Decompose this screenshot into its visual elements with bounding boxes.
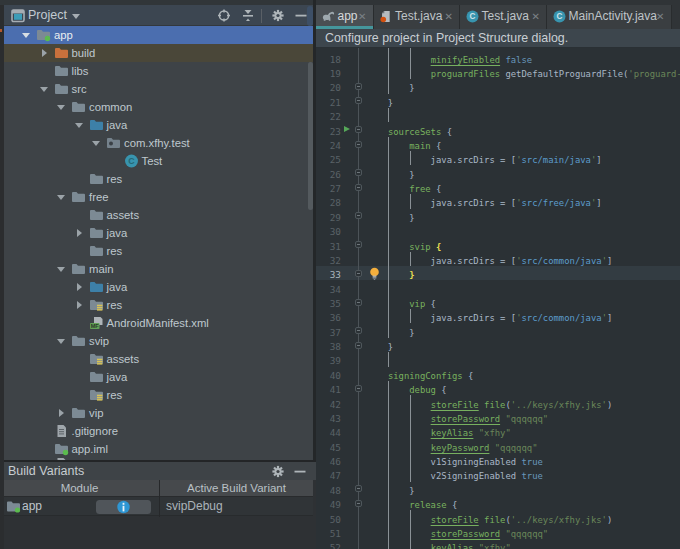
tree-item-java[interactable]: java [0,278,313,296]
code-token: debug [409,385,436,395]
expand-arrow-icon[interactable] [57,339,65,344]
collapse-arrow-icon[interactable] [59,409,64,417]
class-icon: C [124,154,140,168]
code-token: } [367,213,415,223]
fold-marker-icon[interactable] [355,385,362,392]
code-token: minifyEnabled [431,55,500,65]
code-token [367,242,410,252]
code-token [367,299,410,309]
expand-arrow-icon[interactable] [22,33,30,38]
editor-tab-mainactivity-java[interactable]: CMainActivity.java✕ [547,5,672,29]
collapse-arrow-icon[interactable] [77,229,82,237]
code-editor[interactable]: 18 minifyEnabled false19 proguardFiles g… [316,48,680,549]
tree-item-main[interactable]: main [0,260,313,278]
code-token: getDefaultProguardFile( [500,69,628,79]
collapse-arrow-icon[interactable] [42,49,47,57]
tree-item-androidmanifest-xml[interactable]: MFAndroidManifest.xml [0,314,313,332]
tree-item-java[interactable]: java [0,368,313,386]
collapse-arrow-icon[interactable] [77,283,82,291]
editor-tab-test-java[interactable]: Test.java✕ [374,5,461,29]
expand-arrow-icon[interactable] [57,267,65,272]
chevron-down-icon[interactable] [72,14,80,19]
code-token: src/main/java [521,155,590,165]
module-info-badge[interactable] [96,500,151,514]
tree-item-build[interactable]: build [0,44,313,62]
expand-arrow-icon[interactable] [92,141,100,146]
code-token: src/free/java [521,198,590,208]
tree-item-free[interactable]: free [0,188,313,206]
minimize-icon[interactable] [295,5,307,26]
tree-item-java[interactable]: java [0,116,313,134]
editor-tab-test-java[interactable]: CTest.java✕ [460,5,547,29]
tree-item-java[interactable]: java [0,224,313,242]
tree-item-label: vip [89,404,103,422]
tree-item-common[interactable]: common [0,98,313,116]
tree-item-com-xfhy-test[interactable]: com.xfhy.test [0,134,313,152]
project-toolwindow-icon[interactable] [11,9,25,23]
expand-arrow-icon[interactable] [57,105,65,110]
tree-item-app[interactable]: app [0,26,313,44]
column-header-module[interactable]: Module [0,480,159,497]
active-build-variant[interactable]: svipDebug [166,497,223,516]
close-icon[interactable]: ✕ [358,5,366,28]
run-gutter-icon[interactable] [344,126,350,132]
tree-item-label: free [89,188,108,206]
fold-marker-icon[interactable] [355,184,362,191]
code-line-36: java.srcDirs = ['src/common/java'] [367,311,613,325]
tree-item-assets[interactable]: assets [0,350,313,368]
tree-item-src[interactable]: src [0,80,313,98]
code-line-29: } [367,211,415,225]
fold-marker-icon[interactable] [355,327,362,334]
code-line-25: java.srcDirs = ['src/main/java'] [367,153,602,167]
tree-item-label: app [54,26,73,44]
close-icon[interactable]: ✕ [445,5,453,28]
project-panel-title[interactable]: Project [28,5,67,26]
tree-item-res[interactable]: res [0,242,313,260]
line-number: 28 [316,196,341,210]
fold-marker-icon[interactable] [355,241,362,248]
fold-marker-icon[interactable] [355,141,362,148]
tree-item-svip[interactable]: svip [0,332,313,350]
tab-label: Test.java [395,5,442,27]
column-header-variant[interactable]: Active Build Variant [160,480,313,497]
tree-item--gitignore[interactable]: .gitignore [0,422,313,440]
build-variants-column-headers: Module Active Build Variant [0,480,313,497]
fold-marker-icon[interactable] [355,270,362,277]
expand-arrow-icon[interactable] [75,123,83,128]
collapse-arrow-icon[interactable] [77,301,82,309]
expand-arrow-icon[interactable] [57,195,65,200]
fold-marker-icon[interactable] [355,500,362,507]
code-token: ) [607,400,612,410]
intention-bulb-icon[interactable] [368,267,381,280]
fold-marker-icon[interactable] [355,212,362,219]
fold-marker-icon[interactable] [355,169,362,176]
tree-item-libs[interactable]: libs [0,62,313,80]
close-icon[interactable]: ✕ [532,5,540,28]
tree-item-res[interactable]: res [0,386,313,404]
line-number: 31 [316,240,341,254]
expand-arrow-icon[interactable] [40,87,48,92]
minimize-icon[interactable] [294,461,306,482]
fold-marker-icon[interactable] [355,83,362,90]
gear-icon[interactable] [272,461,284,482]
gear-icon[interactable] [272,5,284,26]
tree-item-assets[interactable]: assets [0,206,313,224]
fold-marker-icon[interactable] [355,126,362,133]
tree-item-res[interactable]: res [0,296,313,314]
fold-marker-icon[interactable] [355,485,362,492]
close-icon[interactable]: ✕ [656,5,664,28]
build-variants-panel: Build Variants [0,460,316,549]
tree-item-vip[interactable]: vip [0,404,313,422]
fold-marker-icon[interactable] [355,299,362,306]
java-file-icon [379,10,392,23]
fold-marker-icon[interactable] [355,342,362,349]
fold-marker-icon[interactable] [355,97,362,104]
editor-tab-app[interactable]: app✕ [316,5,374,29]
tree-item-test[interactable]: CTest [0,152,313,170]
build-variants-row[interactable]: app svipDebug [0,497,313,516]
code-line-31: svip { [367,240,442,254]
collapse-all-icon[interactable] [242,5,254,26]
line-number: 27 [316,182,341,196]
locate-icon[interactable] [218,5,230,26]
tree-item-res[interactable]: res [0,170,313,188]
